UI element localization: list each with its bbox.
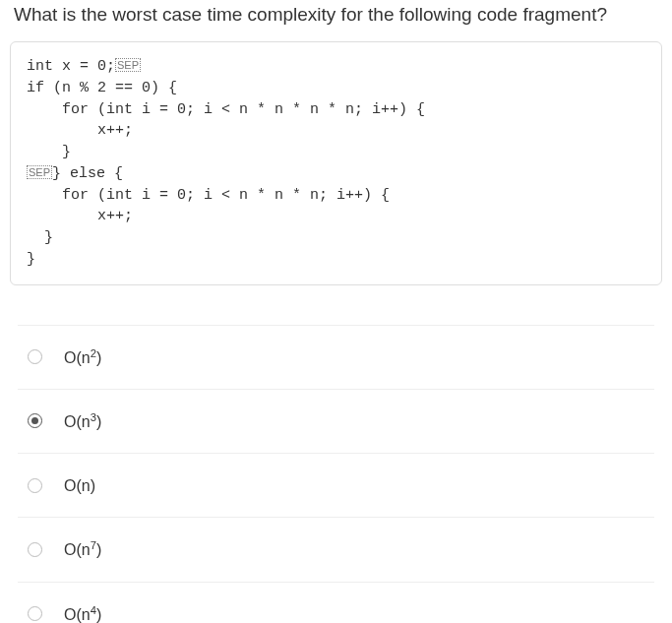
answer-option-5[interactable]: O(n4) [18, 583, 654, 623]
code-line: } [27, 144, 71, 160]
separator-icon: SEP [115, 58, 141, 72]
answer-label: O(n4) [64, 604, 101, 623]
code-line: x++; [27, 122, 133, 139]
radio-icon[interactable] [28, 413, 42, 428]
radio-icon[interactable] [28, 542, 42, 557]
answer-option-4[interactable]: O(n7) [18, 518, 654, 582]
answer-option-3[interactable]: O(n) [18, 454, 654, 518]
code-line: } else { [52, 165, 123, 182]
radio-icon[interactable] [28, 349, 42, 364]
code-line: x++; [27, 208, 133, 224]
answer-label: O(n7) [64, 539, 101, 559]
answer-option-2[interactable]: O(n3) [18, 390, 654, 454]
question-text: What is the worst case time complexity f… [10, 4, 662, 26]
answer-label: O(n3) [64, 411, 101, 431]
separator-icon: SEP [27, 165, 52, 179]
code-line: } [27, 229, 53, 246]
radio-icon[interactable] [28, 478, 42, 493]
answer-option-1[interactable]: O(n2) [18, 325, 654, 390]
radio-icon[interactable] [28, 606, 42, 621]
code-line: int x = 0; [27, 58, 115, 75]
code-line: for (int i = 0; i < n * n * n; i++) { [27, 187, 390, 204]
answers-list: O(n2) O(n3) O(n) O(n7) O(n4) [10, 325, 662, 624]
code-line: for (int i = 0; i < n * n * n * n; i++) … [27, 101, 425, 118]
code-line: } [27, 251, 35, 268]
answer-label: O(n2) [64, 347, 101, 367]
answer-label: O(n) [64, 475, 95, 495]
code-block: int x = 0;SEP if (n % 2 == 0) { for (int… [10, 41, 662, 285]
code-line: if (n % 2 == 0) { [27, 80, 177, 96]
